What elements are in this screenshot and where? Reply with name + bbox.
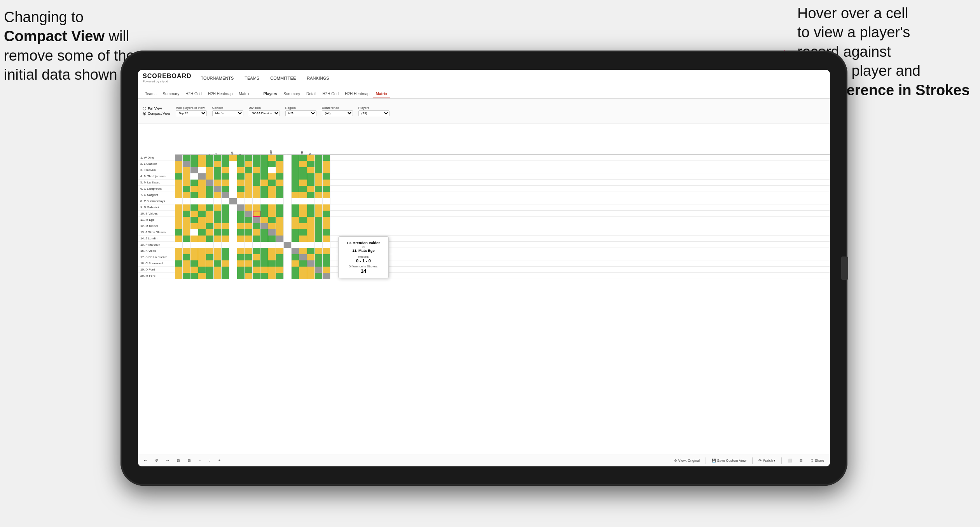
cell-16-14[interactable] [276, 248, 284, 254]
cell-7-12[interactable] [260, 192, 268, 198]
cell-9-20[interactable] [323, 204, 330, 211]
cell-17-2[interactable] [183, 254, 190, 260]
cell-10-10[interactable] [245, 211, 253, 217]
cell-13-14[interactable] [276, 229, 284, 236]
cell-15-1[interactable] [175, 242, 183, 248]
cell-15-7[interactable] [222, 242, 229, 248]
cell-14-1[interactable] [175, 236, 183, 242]
cell-15-2[interactable] [183, 242, 190, 248]
zoom-fit-button[interactable]: ⊞ [186, 458, 193, 463]
cell-6-18[interactable] [307, 186, 315, 192]
cell-5-15[interactable] [284, 180, 292, 186]
max-players-select[interactable]: Top 25 [176, 110, 207, 116]
cell-13-3[interactable] [190, 229, 198, 236]
cell-19-12[interactable] [260, 267, 268, 273]
cell-8-10[interactable] [245, 198, 253, 204]
cell-3-20[interactable] [323, 167, 330, 173]
cell-14-12[interactable] [260, 236, 268, 242]
cell-15-14[interactable] [276, 242, 284, 248]
nav-teams[interactable]: TEAMS [243, 75, 261, 81]
cell-3-18[interactable] [307, 167, 315, 173]
cell-6-13[interactable] [268, 186, 276, 192]
cell-20-13[interactable] [268, 273, 276, 279]
cell-4-9[interactable] [237, 173, 245, 180]
cell-14-18[interactable] [307, 236, 315, 242]
cell-18-15[interactable] [284, 260, 292, 267]
undo-button[interactable]: ↩ [142, 458, 149, 463]
cell-16-15[interactable] [284, 248, 292, 254]
cell-9-6[interactable] [214, 204, 222, 211]
cell-7-4[interactable] [198, 192, 206, 198]
cell-13-18[interactable] [307, 229, 315, 236]
cell-7-1[interactable] [175, 192, 183, 198]
cell-7-10[interactable] [245, 192, 253, 198]
cell-20-19[interactable] [315, 273, 323, 279]
cell-7-15[interactable] [284, 192, 292, 198]
cell-16-8[interactable] [229, 248, 237, 254]
cell-1-10[interactable] [245, 155, 253, 161]
cell-2-11[interactable] [253, 161, 260, 167]
cell-5-2[interactable] [183, 180, 190, 186]
cell-8-17[interactable] [299, 198, 307, 204]
cell-4-16[interactable] [292, 173, 299, 180]
cell-17-10[interactable] [245, 254, 253, 260]
cell-13-10[interactable] [245, 229, 253, 236]
cell-12-18[interactable] [307, 223, 315, 229]
cell-10-7[interactable] [222, 211, 229, 217]
cell-10-19[interactable] [315, 211, 323, 217]
cell-5-4[interactable] [198, 180, 206, 186]
cell-15-17[interactable] [299, 242, 307, 248]
cell-10-15[interactable] [284, 211, 292, 217]
cell-2-2[interactable] [183, 161, 190, 167]
cell-7-16[interactable] [292, 192, 299, 198]
cell-13-5[interactable] [206, 229, 214, 236]
cell-9-11[interactable] [253, 204, 260, 211]
cell-2-15[interactable] [284, 161, 292, 167]
cell-14-15[interactable] [284, 236, 292, 242]
cell-11-19[interactable] [315, 217, 323, 223]
cell-8-2[interactable] [183, 198, 190, 204]
cell-1-6[interactable] [214, 155, 222, 161]
cell-6-19[interactable] [315, 186, 323, 192]
cell-12-12[interactable] [260, 223, 268, 229]
cell-9-12[interactable] [260, 204, 268, 211]
cell-4-20[interactable] [323, 173, 330, 180]
cell-4-13[interactable] [268, 173, 276, 180]
cell-4-10[interactable] [245, 173, 253, 180]
cell-7-9[interactable] [237, 192, 245, 198]
cell-12-14[interactable] [276, 223, 284, 229]
cell-6-14[interactable] [276, 186, 284, 192]
cell-6-6[interactable] [214, 186, 222, 192]
cell-5-10[interactable] [245, 180, 253, 186]
cell-20-3[interactable] [190, 273, 198, 279]
cell-4-2[interactable] [183, 173, 190, 180]
cell-19-2[interactable] [183, 267, 190, 273]
cell-8-6[interactable] [214, 198, 222, 204]
cell-11-2[interactable] [183, 217, 190, 223]
cell-8-8[interactable] [229, 198, 237, 204]
tab-h2h-grid-1[interactable]: H2H Grid [182, 90, 205, 98]
cell-3-17[interactable] [299, 167, 307, 173]
cell-17-4[interactable] [198, 254, 206, 260]
cell-3-3[interactable] [190, 167, 198, 173]
cell-2-3[interactable] [190, 161, 198, 167]
cell-3-4[interactable] [198, 167, 206, 173]
cell-9-17[interactable] [299, 204, 307, 211]
cell-20-6[interactable] [214, 273, 222, 279]
tab-h2h-heatmap-1[interactable]: H2H Heatmap [205, 90, 236, 98]
cell-19-17[interactable] [299, 267, 307, 273]
cell-17-7[interactable] [222, 254, 229, 260]
cell-9-18[interactable] [307, 204, 315, 211]
cell-18-4[interactable] [198, 260, 206, 267]
cell-20-5[interactable] [206, 273, 214, 279]
cell-17-15[interactable] [284, 254, 292, 260]
cell-11-7[interactable] [222, 217, 229, 223]
cell-1-17[interactable] [299, 155, 307, 161]
cell-18-20[interactable] [323, 260, 330, 267]
cell-9-10[interactable] [245, 204, 253, 211]
cell-8-14[interactable] [276, 198, 284, 204]
cell-4-11[interactable] [253, 173, 260, 180]
cell-15-6[interactable] [214, 242, 222, 248]
cell-15-16[interactable] [292, 242, 299, 248]
cell-13-13[interactable] [268, 229, 276, 236]
